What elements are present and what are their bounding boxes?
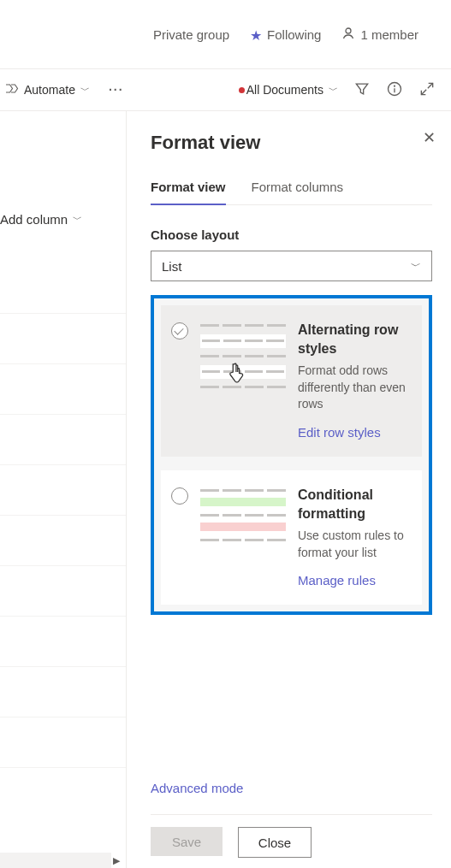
star-icon: ★: [250, 27, 262, 44]
svg-point-6: [395, 86, 395, 86]
option-alt-desc: Format odd rows differently than even ro…: [298, 363, 410, 413]
notification-dot: [239, 87, 245, 93]
option-cond-title: Conditional formatting: [298, 486, 410, 523]
option-alternating-rows[interactable]: Alternating row styles Format odd rows d…: [161, 305, 422, 457]
add-column-button[interactable]: Add column ﹀: [0, 212, 82, 227]
edit-row-styles-link[interactable]: Edit row styles: [298, 425, 410, 440]
member-count-label: 1 member: [360, 27, 418, 42]
manage-rules-link[interactable]: Manage rules: [298, 573, 410, 588]
following-label: Following: [267, 27, 321, 42]
horizontal-scrollbar[interactable]: [0, 853, 111, 868]
option-conditional-formatting[interactable]: Conditional formatting Use custom rules …: [161, 470, 422, 605]
person-icon: [341, 27, 355, 43]
automate-label: Automate: [24, 83, 75, 97]
add-column-label: Add column: [0, 212, 68, 227]
preview-alternating: [200, 321, 286, 396]
chevron-down-icon: ﹀: [411, 259, 421, 274]
radio-unselected[interactable]: [171, 487, 188, 505]
flow-icon: [3, 82, 19, 97]
chevron-down-icon: ﹀: [80, 84, 90, 97]
info-icon[interactable]: [386, 80, 403, 100]
radio-selected[interactable]: [171, 322, 188, 340]
filter-icon[interactable]: [353, 80, 371, 100]
expand-icon[interactable]: [418, 80, 436, 100]
panel-title: Format view: [151, 132, 432, 154]
overflow-menu[interactable]: ···: [105, 83, 128, 97]
advanced-mode-link[interactable]: Advanced mode: [151, 781, 432, 795]
save-button: Save: [151, 827, 223, 856]
automate-menu[interactable]: Automate ﹀: [3, 82, 90, 97]
preview-conditional: [200, 486, 286, 547]
scroll-right-icon[interactable]: ▶: [110, 853, 122, 868]
group-privacy-label: Private group: [153, 27, 229, 42]
chevron-down-icon: ﹀: [329, 84, 338, 97]
layout-select[interactable]: List ﹀: [151, 251, 432, 281]
layout-select-value: List: [162, 259, 181, 274]
following-toggle[interactable]: ★ Following: [250, 27, 321, 43]
chevron-down-icon: ﹀: [73, 213, 82, 226]
svg-line-8: [421, 89, 426, 94]
member-count[interactable]: 1 member: [341, 27, 418, 43]
tab-format-columns[interactable]: Format columns: [252, 180, 344, 204]
views-menu[interactable]: All Documents ﹀: [241, 83, 338, 97]
svg-line-7: [428, 83, 433, 88]
tab-format-view[interactable]: Format view: [151, 180, 226, 204]
close-icon[interactable]: ✕: [423, 130, 436, 145]
layout-options-highlight: Alternating row styles Format odd rows d…: [151, 295, 432, 615]
option-cond-desc: Use custom rules to format your list: [298, 528, 410, 561]
option-alt-title: Alternating row styles: [298, 321, 410, 357]
svg-point-0: [346, 28, 351, 33]
close-button[interactable]: Close: [238, 827, 312, 858]
choose-layout-label: Choose layout: [151, 227, 432, 242]
views-label: All Documents: [246, 83, 323, 97]
